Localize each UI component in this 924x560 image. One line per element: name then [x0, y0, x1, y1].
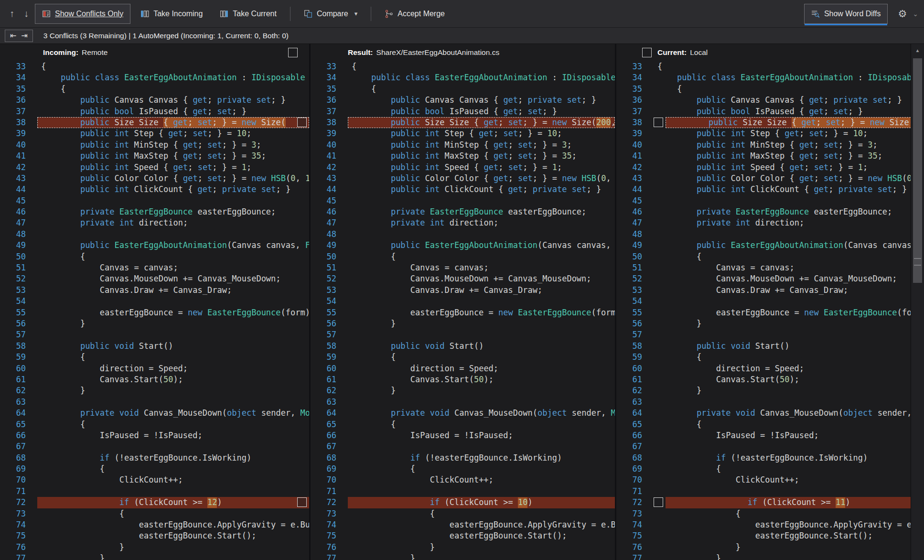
code-line[interactable]: 34 public class EasterEggAboutAnimation …: [0, 72, 309, 83]
code-line[interactable]: 73 {: [0, 508, 309, 519]
code-text-region[interactable]: public Color Color { get; set; } = new H…: [348, 173, 615, 184]
code-line[interactable]: 40 public int MinStep { get; set; } = 3;: [0, 140, 309, 151]
code-text-region[interactable]: Canvas.Start(50);: [654, 374, 911, 385]
code-text-region[interactable]: if (!easterEggBounce.IsWorking): [348, 452, 615, 463]
code-text-region[interactable]: Canvas.MouseDown += Canvas_MouseDown;: [654, 273, 911, 284]
code-line[interactable]: 59 {: [616, 352, 911, 363]
code-text-region[interactable]: Canvas.Draw += Canvas_Draw;: [348, 285, 615, 296]
code-text-region[interactable]: public Color Color { get; set; } = new H…: [654, 173, 911, 184]
code-text-region[interactable]: {: [37, 84, 309, 95]
code-text-region[interactable]: IsPaused = !IsPaused;: [654, 430, 911, 441]
code-text-region[interactable]: easterEggBounce.ApplyGravity = e.Button …: [37, 519, 309, 530]
code-line[interactable]: 47 private int direction;: [0, 217, 309, 228]
code-line[interactable]: 63: [311, 397, 615, 408]
code-line[interactable]: 55 easterEggBounce = new EasterEggBounce…: [616, 307, 911, 318]
code-line[interactable]: 63: [616, 397, 911, 408]
code-text-region[interactable]: }: [37, 385, 309, 396]
incoming-pane-checkbox[interactable]: [288, 48, 298, 57]
code-text-region[interactable]: public int MaxStep { get; set; } = 35;: [654, 151, 911, 162]
code-text-region[interactable]: {: [348, 419, 615, 430]
code-text-region[interactable]: easterEggBounce.ApplyGravity = e.Button …: [654, 519, 911, 530]
code-text-region[interactable]: }: [348, 542, 615, 553]
code-line[interactable]: 34 public class EasterEggAboutAnimation …: [616, 72, 911, 83]
toolbar-overflow-icon[interactable]: ⌄: [913, 10, 918, 18]
code-text-region[interactable]: private void Canvas_MouseDown(object sen…: [348, 408, 615, 419]
code-text-region[interactable]: [37, 397, 309, 408]
code-text-region[interactable]: public int Step { get; set; } = 10;: [37, 128, 309, 139]
code-line[interactable]: 46 private EasterEggBounce easterEggBoun…: [616, 206, 911, 217]
conflict-checkbox[interactable]: [297, 118, 307, 127]
code-line[interactable]: 66 IsPaused = !IsPaused;: [616, 430, 911, 441]
code-text-region[interactable]: public int MinStep { get; set; } = 3;: [654, 140, 911, 151]
code-text-region[interactable]: Canvas = canvas;: [348, 262, 615, 273]
code-line[interactable]: 55 easterEggBounce = new EasterEggBounce…: [311, 307, 615, 318]
code-line[interactable]: 39 public int Step { get; set; } = 10;: [311, 128, 615, 139]
code-text-region[interactable]: [654, 229, 911, 240]
code-line[interactable]: 77 }: [616, 553, 911, 560]
result-code-editor[interactable]: 33{34 public class EasterEggAboutAnimati…: [311, 61, 615, 560]
code-text-region[interactable]: [654, 441, 911, 452]
goto-first-conflict-icon[interactable]: ⇤: [10, 31, 16, 40]
code-text-region[interactable]: public class EasterEggAboutAnimation : I…: [348, 72, 615, 83]
code-line[interactable]: 51 Canvas = canvas;: [0, 262, 309, 273]
code-text-region[interactable]: [348, 397, 615, 408]
code-line[interactable]: 56 }: [616, 318, 911, 329]
code-text-region[interactable]: private void Canvas_MouseDown(object sen…: [654, 408, 911, 419]
code-text-region[interactable]: {: [654, 251, 911, 262]
code-text-region[interactable]: }: [37, 318, 309, 329]
code-text-region[interactable]: }: [37, 553, 309, 560]
code-line[interactable]: 65 {: [616, 419, 911, 430]
code-line[interactable]: 34 public class EasterEggAboutAnimation …: [311, 72, 615, 83]
code-line[interactable]: 58 public void Start(): [0, 341, 309, 352]
code-line[interactable]: 63: [0, 397, 309, 408]
current-pane-checkbox[interactable]: [642, 48, 652, 57]
code-text-region[interactable]: Canvas = canvas;: [654, 262, 911, 273]
code-line[interactable]: 39 public int Step { get; set; } = 10;: [616, 128, 911, 139]
code-line[interactable]: 33{: [311, 61, 615, 72]
code-line[interactable]: 54: [311, 296, 615, 307]
nav-up-icon[interactable]: ↑: [5, 4, 19, 23]
code-text-region[interactable]: [654, 486, 911, 497]
code-text-region[interactable]: {: [37, 61, 309, 72]
code-line[interactable]: 60 direction = Speed;: [616, 363, 911, 374]
code-line[interactable]: 36 public Canvas Canvas { get; private s…: [311, 95, 615, 106]
code-line[interactable]: 46 private EasterEggBounce easterEggBoun…: [311, 206, 615, 217]
code-text-region[interactable]: {: [348, 251, 615, 262]
code-text-region[interactable]: private int direction;: [654, 217, 911, 228]
code-text-region[interactable]: {: [37, 508, 309, 519]
code-text-region[interactable]: }: [348, 318, 615, 329]
code-text-region[interactable]: public EasterEggAboutAnimation(Canvas ca…: [654, 240, 911, 251]
code-text-region[interactable]: direction = Speed;: [654, 363, 911, 374]
code-line[interactable]: 52 Canvas.MouseDown += Canvas_MouseDown;: [616, 273, 911, 284]
code-text-region[interactable]: public int ClickCount { get; private set…: [654, 184, 911, 195]
conflict-checkbox[interactable]: [297, 497, 307, 507]
code-line[interactable]: 49 public EasterEggAboutAnimation(Canvas…: [616, 240, 911, 251]
code-text-region[interactable]: [348, 486, 615, 497]
code-line[interactable]: 51 Canvas = canvas;: [311, 262, 615, 273]
code-line[interactable]: 46 private EasterEggBounce easterEggBoun…: [0, 206, 309, 217]
code-text-region[interactable]: [37, 486, 309, 497]
code-line[interactable]: 57: [311, 329, 615, 340]
code-text-region[interactable]: [37, 195, 309, 206]
code-line[interactable]: 60 direction = Speed;: [0, 363, 309, 374]
conflict-code[interactable]: public Size Size { get; set; } = new Siz…: [37, 117, 309, 128]
code-line[interactable]: 70 ClickCount++;: [311, 474, 615, 485]
code-text-region[interactable]: easterEggBounce.Start();: [348, 530, 615, 541]
code-line[interactable]: 33{: [0, 61, 309, 72]
code-line[interactable]: 71: [0, 486, 309, 497]
code-text-region[interactable]: {: [37, 419, 309, 430]
code-text-region[interactable]: public int Speed { get; set; } = 1;: [348, 162, 615, 173]
code-line[interactable]: 67: [311, 441, 615, 452]
code-line[interactable]: 60 direction = Speed;: [311, 363, 615, 374]
code-text-region[interactable]: public void Start(): [348, 341, 615, 352]
code-text-region[interactable]: [348, 229, 615, 240]
code-line[interactable]: 50 {: [616, 251, 911, 262]
code-line[interactable]: 54: [616, 296, 911, 307]
code-line[interactable]: 74 easterEggBounce.ApplyGravity = e.Butt…: [311, 519, 615, 530]
code-text-region[interactable]: Canvas = canvas;: [37, 262, 309, 273]
code-line[interactable]: 39 public int Step { get; set; } = 10;: [0, 128, 309, 139]
code-text-region[interactable]: {: [654, 61, 911, 72]
code-text-region[interactable]: public int Speed { get; set; } = 1;: [37, 162, 309, 173]
scrollbar-thumb[interactable]: [913, 58, 922, 283]
code-text-region[interactable]: {: [37, 463, 309, 474]
